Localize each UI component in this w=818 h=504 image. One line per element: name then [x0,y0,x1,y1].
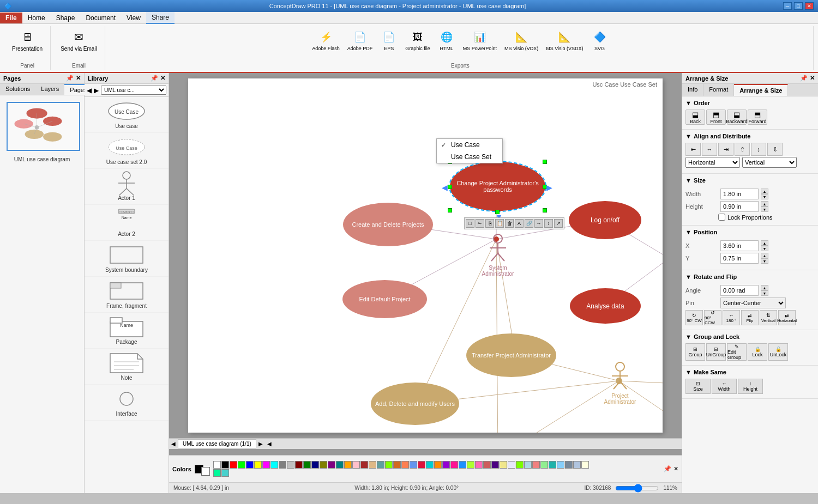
height-input[interactable] [720,201,759,212]
color-swatch-40[interactable] [540,461,548,469]
lock-button[interactable]: 🔒 Lock [748,343,767,361]
library-dropdown[interactable]: UML use c... [101,86,166,95]
zoom-slider[interactable] [615,484,659,493]
ts-btn-7[interactable]: 🔗 [525,219,533,228]
ungroup-button[interactable]: ⊟ UnGroup [706,343,726,361]
lib-item-note[interactable]: Note [85,349,169,385]
scroll-right-icon[interactable]: ▶ [258,441,263,447]
ctx-use-case[interactable]: ✓ Use Case [437,139,502,151]
use-case-add-delete-modify-users[interactable]: Add, Delete and modify Users [371,382,459,425]
color-swatch-42[interactable] [557,461,564,469]
sel-handle-bl[interactable] [448,208,452,212]
section-position-header[interactable]: ▼ Position [685,228,815,236]
canvas-tab-uml[interactable]: UML use case diagram (1/1) [178,439,256,448]
lib-item-system-boundary[interactable]: System boundary [85,241,169,277]
color-background[interactable] [201,467,210,476]
width-input[interactable] [720,189,759,199]
resize-arrow-right[interactable]: ▶ [546,183,552,192]
align-center-button[interactable]: ↔ [702,143,717,156]
color-swatch-23[interactable] [401,461,409,469]
make-same-height-button[interactable]: ↕ Height [738,379,763,394]
lib-item-use-case-set2[interactable]: Use Case Use case set 2.0 [85,133,169,169]
lib-item-actor1[interactable]: Actor 1 [85,169,169,205]
use-case-analyse-data[interactable]: Analyse data [570,288,641,324]
color-swatch-44[interactable] [573,461,581,469]
color-swatch-28[interactable] [442,461,450,469]
graphic-file-button[interactable]: 🖼 Graphic file [402,27,434,52]
tab-add-icon[interactable]: ◀ [267,441,272,447]
colors-close-icon[interactable]: ✕ [673,465,678,472]
color-swatch-41[interactable] [549,461,556,469]
color-swatch-24[interactable] [410,461,417,469]
menu-document[interactable]: Document [80,13,121,23]
colors-pin-icon[interactable]: 📌 [664,465,671,472]
ts-btn-3[interactable]: ⎘ [485,219,494,228]
color-swatch-12[interactable] [311,461,319,469]
sel-handle-br[interactable] [543,208,547,212]
y-spin-down[interactable]: ▼ [761,258,768,264]
horiz-select-dropdown[interactable]: Horizontal Vertical [685,157,740,168]
order-front-button[interactable]: ⬒ Front [706,110,726,125]
angle-input[interactable] [720,285,759,296]
color-swatch-30[interactable] [459,461,466,469]
actor-user[interactable]: User [655,242,663,280]
use-case-edit-default-project[interactable]: Edit Default Project [342,280,427,318]
y-spin-up[interactable]: ▲ [761,253,768,258]
color-swatch-45[interactable] [581,461,589,469]
ms-powerpoint-button[interactable]: 📊 MS PowerPoint [460,27,500,52]
ts-btn-9[interactable]: ↕ [544,219,553,228]
ts-btn-5[interactable]: 🗑 [505,219,514,228]
right-panel-close-icon[interactable]: ✕ [810,75,815,82]
color-swatch-27[interactable] [434,461,442,469]
sel-handle-ml[interactable] [448,185,452,189]
section-rotate-header[interactable]: ▼ Rotate and Flip [685,272,815,281]
order-backward-button[interactable]: ⬓ Backward [727,110,747,125]
library-back-icon[interactable]: ◀ [87,87,92,94]
right-tab-arrange-size[interactable]: Arrange & Size [734,84,788,96]
pages-panel-pin-icon[interactable]: 📌 [66,75,74,82]
adobe-pdf-button[interactable]: 📄 Adobe PDF [344,27,376,52]
color-swatch-8[interactable] [279,461,286,469]
flip-vertical-button[interactable]: ⇅ Vertical [760,310,777,325]
color-swatch-16[interactable] [344,461,352,469]
angle-spin-down[interactable]: ▼ [761,290,768,296]
tab-solutions[interactable]: Solutions [0,84,35,95]
color-swatch-25[interactable] [418,461,425,469]
color-swatch-17[interactable] [352,461,360,469]
window-controls[interactable]: ─ □ ✕ [783,2,814,10]
align-middle-button[interactable]: ↕ [751,143,766,156]
rotate-180-button[interactable]: ↔ 180 ° [723,310,740,325]
send-email-button[interactable]: ✉ Send via Email [57,27,100,53]
color-swatch-22[interactable] [393,461,401,469]
lib-item-package[interactable]: Name Package [85,313,169,349]
color-swatch-11[interactable] [303,461,311,469]
color-swatch-10[interactable] [295,461,303,469]
width-spin-up[interactable]: ▲ [761,189,768,194]
color-swatch-35[interactable] [500,461,507,469]
ts-btn-10[interactable]: ↗ [554,219,563,228]
scroll-left-icon[interactable]: ◀ [171,441,176,447]
page-thumbnail-uml[interactable] [7,102,80,151]
actor-system-administrator[interactable]: SystemAdministrator [479,234,517,277]
resize-arrow-left[interactable]: ◀ [442,183,448,192]
lib-item-frame-fragment[interactable]: Frame, fragment [85,277,169,313]
color-swatch-6[interactable] [262,461,270,469]
angle-spin-up[interactable]: ▲ [761,285,768,290]
rotate-90ccw-button[interactable]: ↺ 90° CCW [704,310,721,325]
align-top-button[interactable]: ⇧ [735,143,750,156]
color-swatch-15[interactable] [336,461,344,469]
actor-project-administrator[interactable]: ProjectAdministrator [601,362,639,405]
use-case-change-project-admin-passwords[interactable]: Change Project Administrator's passwords [450,162,545,211]
color-swatch-5[interactable] [254,461,262,469]
section-align-header[interactable]: ▼ Align and Distribute [685,132,815,141]
menu-home[interactable]: Home [22,13,51,23]
order-back-button[interactable]: ⬓ Back [685,110,705,125]
section-group-header[interactable]: ▼ Group and Lock [685,332,815,341]
ctx-use-case-set[interactable]: Use Case Set [437,151,502,163]
presentation-button[interactable]: 🖥 Presentation [9,27,46,53]
menu-shape[interactable]: Shape [51,13,81,23]
color-swatch-26[interactable] [426,461,434,469]
adobe-flash-button[interactable]: ⚡ Adobe Flash [309,27,343,52]
x-spin-down[interactable]: ▼ [761,246,768,251]
x-input[interactable] [720,240,759,251]
